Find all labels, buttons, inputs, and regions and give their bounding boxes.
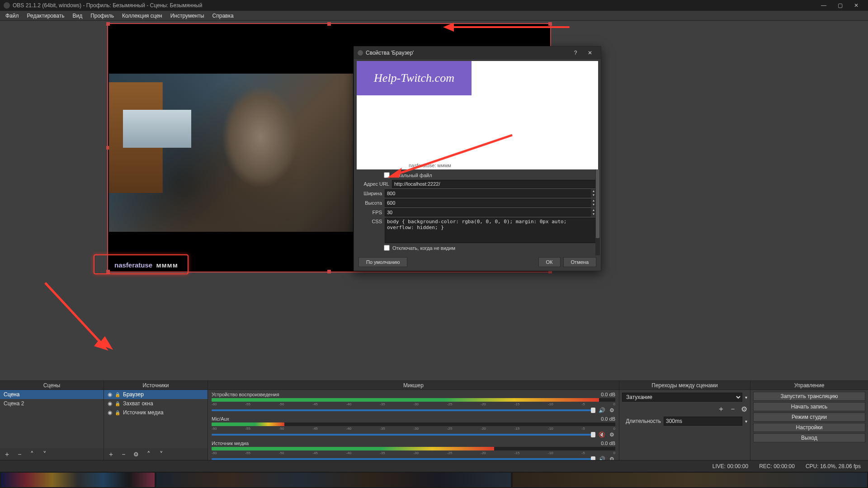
- source-properties-button[interactable]: [132, 450, 140, 458]
- menu-tools[interactable]: Инструменты: [167, 12, 208, 20]
- source-item[interactable]: Браузер: [104, 390, 208, 399]
- shutdown-checkbox[interactable]: [384, 245, 390, 251]
- scene-item[interactable]: Сцена 2: [0, 399, 104, 408]
- menu-profile[interactable]: Профиль: [87, 12, 118, 20]
- start-recording-button[interactable]: Начать запись: [753, 402, 865, 411]
- dialog-preview: Help-Twitch.com nasferatuse: мммм: [357, 61, 598, 169]
- fps-label: FPS: [359, 210, 382, 215]
- dialog-title: Свойства 'Браузер': [366, 50, 414, 56]
- scenes-header: Сцены: [0, 381, 104, 390]
- sources-toolbar: ＋ － ˄ ˅: [104, 448, 208, 460]
- volume-slider[interactable]: [212, 434, 595, 436]
- add-scene-button[interactable]: ＋: [3, 450, 11, 458]
- svg-line-0: [45, 283, 104, 346]
- settings-button[interactable]: Настройки: [753, 423, 865, 432]
- track-name: Источник медиа: [212, 441, 249, 446]
- scene-item[interactable]: Сцена: [0, 390, 104, 399]
- source-down-button[interactable]: ˅: [157, 450, 165, 458]
- obs-icon: [358, 50, 363, 56]
- track-gear-icon[interactable]: [608, 456, 615, 460]
- browser-source-chat: nasferatuse мммм: [114, 261, 178, 269]
- url-input[interactable]: [392, 180, 596, 188]
- audio-meter: [212, 422, 615, 426]
- dialog-titlebar[interactable]: Свойства 'Браузер' ? ✕: [354, 47, 601, 59]
- fps-input[interactable]: [385, 208, 597, 216]
- add-source-button[interactable]: ＋: [107, 450, 115, 458]
- audio-meter: [212, 447, 615, 450]
- speaker-icon[interactable]: 🔊: [598, 456, 605, 460]
- add-transition-button[interactable]: ＋: [717, 404, 725, 414]
- preview-banner: Help-Twitch.com: [357, 61, 472, 95]
- window-titlebar: OBS 21.1.2 (64bit, windows) - Профиль: Б…: [0, 0, 868, 11]
- annotation-arrow-top: [443, 23, 570, 32]
- source-item[interactable]: Захват окна: [104, 399, 208, 408]
- track-db: 0.0 dB: [601, 441, 615, 446]
- local-file-row[interactable]: Локальный файл: [384, 172, 596, 178]
- start-streaming-button[interactable]: Запустить трансляцию: [753, 392, 865, 401]
- browser-properties-dialog[interactable]: Свойства 'Браузер' ? ✕ Help-Twitch.com n…: [354, 46, 601, 271]
- maximize-button[interactable]: ▢: [832, 1, 848, 10]
- status-live: LIVE: 00:00:00: [712, 463, 748, 469]
- studio-mode-button[interactable]: Режим студии: [753, 413, 865, 422]
- visibility-icon[interactable]: [108, 391, 112, 398]
- track-gear-icon[interactable]: [608, 407, 615, 413]
- scenes-dock: Сцены Сцена Сцена 2 ＋ － ˄ ˅: [0, 381, 104, 460]
- thumb: [513, 473, 867, 487]
- menu-scene-collection[interactable]: Коллекция сцен: [118, 12, 166, 20]
- lock-icon[interactable]: [115, 409, 120, 416]
- mixer-body: Устройство воспроизведения0.0 dB-60-55-5…: [208, 390, 619, 460]
- local-file-checkbox[interactable]: [384, 172, 390, 178]
- menu-edit[interactable]: Редактировать: [24, 12, 68, 20]
- track-gear-icon[interactable]: [608, 432, 615, 438]
- volume-slider[interactable]: [212, 458, 595, 460]
- source-item[interactable]: Источник медиа: [104, 408, 208, 417]
- ok-button[interactable]: ОК: [538, 257, 561, 267]
- mixer-track: Mic/Aux0.0 dB-60-55-50-45-40-35-30-25-20…: [208, 414, 619, 439]
- menu-help[interactable]: Справка: [209, 12, 237, 20]
- menu-file[interactable]: Файл: [2, 12, 23, 20]
- duration-spinner[interactable]: ▾: [745, 419, 747, 424]
- visibility-icon[interactable]: [108, 400, 112, 407]
- width-label: Ширина: [359, 191, 382, 196]
- status-cpu: CPU: 16.0%, 28.06 fps: [806, 463, 861, 469]
- remove-scene-button[interactable]: －: [15, 450, 24, 458]
- width-input[interactable]: [385, 189, 597, 197]
- minimize-button[interactable]: ―: [816, 1, 832, 10]
- scene-down-button[interactable]: ˅: [41, 450, 49, 458]
- speaker-icon[interactable]: 🔊: [598, 407, 605, 413]
- exit-button[interactable]: Выход: [753, 433, 865, 442]
- transitions-dock: Переходы между сценами Затухание ▾ ＋ － ⚙: [619, 381, 750, 460]
- dialog-close-button[interactable]: ✕: [583, 48, 597, 58]
- remove-source-button[interactable]: －: [119, 450, 127, 458]
- lock-icon[interactable]: [115, 391, 120, 398]
- remove-transition-button[interactable]: －: [729, 404, 736, 414]
- lock-icon[interactable]: [115, 400, 120, 407]
- css-input[interactable]: body { background-color: rgba(0, 0, 0, 0…: [385, 218, 596, 243]
- transition-select[interactable]: Затухание: [622, 393, 742, 402]
- scenes-list[interactable]: Сцена Сцена 2: [0, 390, 104, 448]
- duration-label: Длительность: [622, 418, 661, 424]
- volume-slider[interactable]: [212, 409, 595, 411]
- scenes-toolbar: ＋ － ˄ ˅: [0, 448, 104, 460]
- chat-username: nasferatuse: [114, 261, 152, 269]
- track-name: Mic/Aux: [212, 416, 229, 422]
- transition-settings-icon[interactable]: ▾: [745, 395, 747, 400]
- height-label: Высота: [359, 200, 382, 206]
- duration-input[interactable]: [664, 417, 742, 426]
- dialog-buttons: По умолчанию ОК Отмена: [354, 255, 601, 271]
- cancel-button[interactable]: Отмена: [563, 257, 596, 267]
- mute-icon[interactable]: 🔇: [598, 432, 605, 438]
- scene-up-button[interactable]: ˄: [28, 450, 36, 458]
- menu-bar: Файл Редактировать Вид Профиль Коллекция…: [0, 11, 868, 21]
- source-up-button[interactable]: ˄: [145, 450, 153, 458]
- close-button[interactable]: ✕: [848, 1, 864, 10]
- defaults-button[interactable]: По умолчанию: [359, 257, 407, 267]
- main-area: nasferatuse мммм Свойства 'Браузер' ? ✕ …: [0, 21, 868, 460]
- sources-list[interactable]: Браузер Захват окна Источник медиа: [104, 390, 208, 448]
- transition-gear-icon[interactable]: ⚙: [741, 405, 747, 413]
- dialog-scrollbar[interactable]: [595, 169, 600, 255]
- menu-view[interactable]: Вид: [69, 12, 86, 20]
- visibility-icon[interactable]: [108, 409, 112, 416]
- dialog-help-button[interactable]: ?: [568, 48, 583, 58]
- height-input[interactable]: [385, 199, 597, 207]
